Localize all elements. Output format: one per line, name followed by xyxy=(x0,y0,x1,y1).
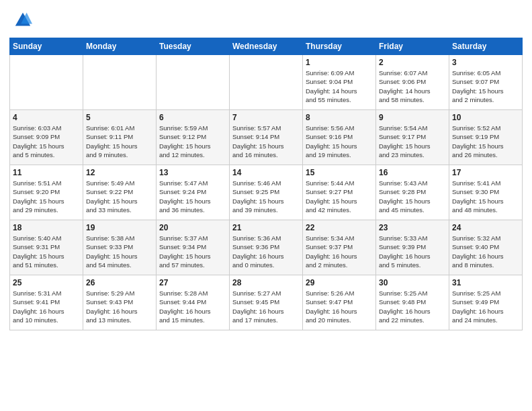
calendar-cell: 6Sunrise: 5:59 AM Sunset: 9:12 PM Daylig… xyxy=(157,110,230,165)
day-number: 24 xyxy=(452,223,519,232)
day-info: Sunrise: 6:05 AM Sunset: 9:07 PM Dayligh… xyxy=(452,68,519,104)
logo xyxy=(13,11,35,30)
day-number: 30 xyxy=(379,278,446,287)
calendar-cell: 31Sunrise: 5:25 AM Sunset: 9:49 PM Dayli… xyxy=(449,275,523,330)
calendar-wrap: SundayMondayTuesdayWednesdayThursdayFrid… xyxy=(0,38,532,340)
day-info: Sunrise: 5:57 AM Sunset: 9:14 PM Dayligh… xyxy=(232,124,300,159)
calendar-cell: 24Sunrise: 5:32 AM Sunset: 9:40 PM Dayli… xyxy=(449,220,523,275)
day-info: Sunrise: 5:37 AM Sunset: 9:34 PM Dayligh… xyxy=(159,234,226,269)
weekday-header-friday: Friday xyxy=(376,38,449,55)
calendar-cell: 4Sunrise: 6:03 AM Sunset: 9:09 PM Daylig… xyxy=(10,110,83,165)
day-info: Sunrise: 5:27 AM Sunset: 9:45 PM Dayligh… xyxy=(232,289,300,324)
calendar-cell: 11Sunrise: 5:51 AM Sunset: 9:20 PM Dayli… xyxy=(10,165,83,220)
day-number: 7 xyxy=(232,113,300,122)
calendar-cell xyxy=(83,55,157,110)
week-row-3: 11Sunrise: 5:51 AM Sunset: 9:20 PM Dayli… xyxy=(10,165,523,220)
day-number: 31 xyxy=(452,278,519,287)
day-number: 13 xyxy=(159,168,226,177)
day-number: 5 xyxy=(86,113,153,122)
day-info: Sunrise: 6:07 AM Sunset: 9:06 PM Dayligh… xyxy=(379,68,446,104)
day-info: Sunrise: 6:03 AM Sunset: 9:09 PM Dayligh… xyxy=(13,124,80,159)
day-number: 9 xyxy=(379,113,446,122)
day-number: 16 xyxy=(379,168,446,177)
calendar-table: SundayMondayTuesdayWednesdayThursdayFrid… xyxy=(9,38,523,330)
calendar-cell: 29Sunrise: 5:26 AM Sunset: 9:47 PM Dayli… xyxy=(303,275,376,330)
calendar-cell: 5Sunrise: 6:01 AM Sunset: 9:11 PM Daylig… xyxy=(83,110,157,165)
calendar-cell: 28Sunrise: 5:27 AM Sunset: 9:45 PM Dayli… xyxy=(230,275,303,330)
day-number: 11 xyxy=(13,168,80,177)
day-info: Sunrise: 5:25 AM Sunset: 9:48 PM Dayligh… xyxy=(379,289,446,324)
day-info: Sunrise: 5:54 AM Sunset: 9:17 PM Dayligh… xyxy=(379,124,446,159)
day-number: 26 xyxy=(86,278,153,287)
day-info: Sunrise: 5:29 AM Sunset: 9:43 PM Dayligh… xyxy=(86,289,153,324)
week-row-2: 4Sunrise: 6:03 AM Sunset: 9:09 PM Daylig… xyxy=(10,110,523,165)
day-number: 3 xyxy=(452,58,519,67)
week-row-5: 25Sunrise: 5:31 AM Sunset: 9:41 PM Dayli… xyxy=(10,275,523,330)
day-number: 8 xyxy=(306,113,373,122)
day-info: Sunrise: 5:59 AM Sunset: 9:12 PM Dayligh… xyxy=(159,124,226,159)
day-info: Sunrise: 6:09 AM Sunset: 9:04 PM Dayligh… xyxy=(306,68,373,104)
day-info: Sunrise: 5:51 AM Sunset: 9:20 PM Dayligh… xyxy=(13,179,80,214)
day-info: Sunrise: 5:28 AM Sunset: 9:44 PM Dayligh… xyxy=(159,289,226,324)
calendar-cell: 1Sunrise: 6:09 AM Sunset: 9:04 PM Daylig… xyxy=(303,55,376,110)
calendar-cell: 8Sunrise: 5:56 AM Sunset: 9:16 PM Daylig… xyxy=(303,110,376,165)
calendar-cell: 23Sunrise: 5:33 AM Sunset: 9:39 PM Dayli… xyxy=(376,220,449,275)
calendar-cell: 18Sunrise: 5:40 AM Sunset: 9:31 PM Dayli… xyxy=(10,220,83,275)
day-info: Sunrise: 5:40 AM Sunset: 9:31 PM Dayligh… xyxy=(13,234,80,269)
weekday-header-saturday: Saturday xyxy=(449,38,523,55)
weekday-header-monday: Monday xyxy=(83,38,157,55)
day-info: Sunrise: 5:31 AM Sunset: 9:41 PM Dayligh… xyxy=(13,289,80,324)
day-info: Sunrise: 5:36 AM Sunset: 9:36 PM Dayligh… xyxy=(232,234,300,269)
day-info: Sunrise: 5:49 AM Sunset: 9:22 PM Dayligh… xyxy=(86,179,153,214)
calendar-cell: 10Sunrise: 5:52 AM Sunset: 9:19 PM Dayli… xyxy=(449,110,523,165)
calendar-cell: 22Sunrise: 5:34 AM Sunset: 9:37 PM Dayli… xyxy=(303,220,376,275)
calendar-cell xyxy=(230,55,303,110)
calendar-cell: 30Sunrise: 5:25 AM Sunset: 9:48 PM Dayli… xyxy=(376,275,449,330)
calendar-cell: 27Sunrise: 5:28 AM Sunset: 9:44 PM Dayli… xyxy=(157,275,230,330)
weekday-header-row: SundayMondayTuesdayWednesdayThursdayFrid… xyxy=(10,38,523,55)
day-number: 27 xyxy=(159,278,226,287)
calendar-cell: 25Sunrise: 5:31 AM Sunset: 9:41 PM Dayli… xyxy=(10,275,83,330)
day-info: Sunrise: 5:47 AM Sunset: 9:24 PM Dayligh… xyxy=(159,179,226,214)
logo-icon xyxy=(13,11,32,30)
day-number: 23 xyxy=(379,223,446,232)
calendar-cell: 26Sunrise: 5:29 AM Sunset: 9:43 PM Dayli… xyxy=(83,275,157,330)
day-info: Sunrise: 5:41 AM Sunset: 9:30 PM Dayligh… xyxy=(452,179,519,214)
day-number: 6 xyxy=(159,113,226,122)
day-number: 10 xyxy=(452,113,519,122)
calendar-cell: 14Sunrise: 5:46 AM Sunset: 9:25 PM Dayli… xyxy=(230,165,303,220)
day-info: Sunrise: 5:38 AM Sunset: 9:33 PM Dayligh… xyxy=(86,234,153,269)
day-number: 1 xyxy=(306,58,373,67)
weekday-header-tuesday: Tuesday xyxy=(157,38,230,55)
weekday-header-wednesday: Wednesday xyxy=(230,38,303,55)
day-number: 15 xyxy=(306,168,373,177)
day-number: 18 xyxy=(13,223,80,232)
week-row-4: 18Sunrise: 5:40 AM Sunset: 9:31 PM Dayli… xyxy=(10,220,523,275)
calendar-cell: 15Sunrise: 5:44 AM Sunset: 9:27 PM Dayli… xyxy=(303,165,376,220)
location-subtitle xyxy=(0,32,532,38)
day-info: Sunrise: 5:34 AM Sunset: 9:37 PM Dayligh… xyxy=(306,234,373,269)
day-number: 14 xyxy=(232,168,300,177)
day-number: 4 xyxy=(13,113,80,122)
calendar-cell: 12Sunrise: 5:49 AM Sunset: 9:22 PM Dayli… xyxy=(83,165,157,220)
day-number: 21 xyxy=(232,223,300,232)
day-number: 22 xyxy=(306,223,373,232)
day-info: Sunrise: 5:43 AM Sunset: 9:28 PM Dayligh… xyxy=(379,179,446,214)
day-info: Sunrise: 5:52 AM Sunset: 9:19 PM Dayligh… xyxy=(452,124,519,159)
calendar-cell: 13Sunrise: 5:47 AM Sunset: 9:24 PM Dayli… xyxy=(157,165,230,220)
day-info: Sunrise: 5:33 AM Sunset: 9:39 PM Dayligh… xyxy=(379,234,446,269)
day-number: 29 xyxy=(306,278,373,287)
day-number: 20 xyxy=(159,223,226,232)
calendar-cell: 3Sunrise: 6:05 AM Sunset: 9:07 PM Daylig… xyxy=(449,55,523,110)
day-number: 19 xyxy=(86,223,153,232)
calendar-cell: 7Sunrise: 5:57 AM Sunset: 9:14 PM Daylig… xyxy=(230,110,303,165)
week-row-1: 1Sunrise: 6:09 AM Sunset: 9:04 PM Daylig… xyxy=(10,55,523,110)
calendar-cell: 2Sunrise: 6:07 AM Sunset: 9:06 PM Daylig… xyxy=(376,55,449,110)
day-info: Sunrise: 6:01 AM Sunset: 9:11 PM Dayligh… xyxy=(86,124,153,159)
page-header xyxy=(0,0,532,32)
day-info: Sunrise: 5:26 AM Sunset: 9:47 PM Dayligh… xyxy=(306,289,373,324)
day-number: 25 xyxy=(13,278,80,287)
day-info: Sunrise: 5:46 AM Sunset: 9:25 PM Dayligh… xyxy=(232,179,300,214)
calendar-cell: 16Sunrise: 5:43 AM Sunset: 9:28 PM Dayli… xyxy=(376,165,449,220)
calendar-cell: 19Sunrise: 5:38 AM Sunset: 9:33 PM Dayli… xyxy=(83,220,157,275)
